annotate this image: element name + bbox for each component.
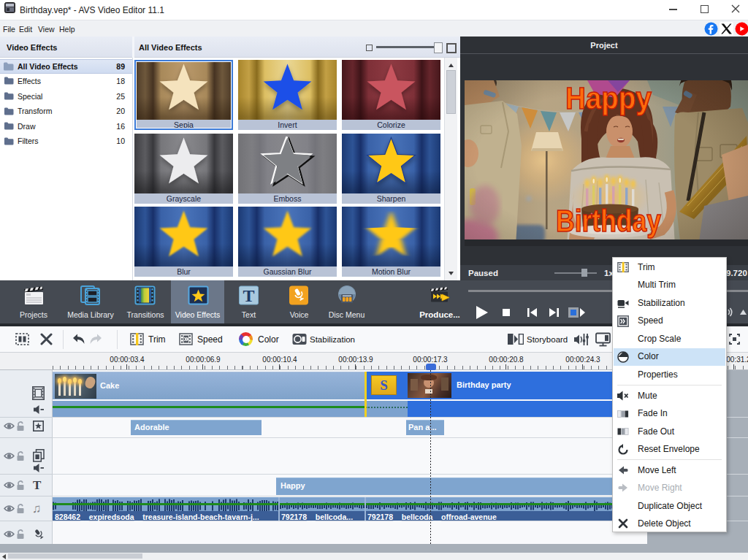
svg-text:T: T xyxy=(243,286,254,305)
svg-text:Birthday: Birthday xyxy=(556,204,662,238)
svg-text:Happy: Happy xyxy=(565,81,652,115)
